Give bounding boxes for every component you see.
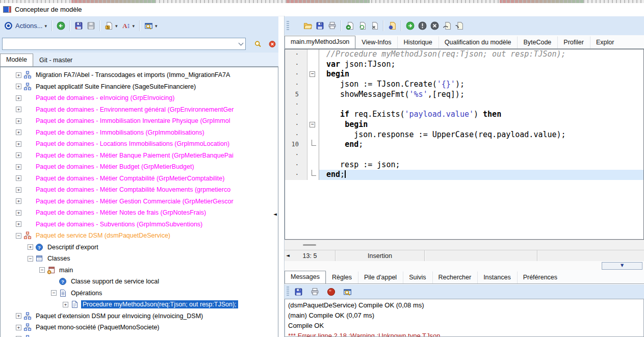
doc-close-icon[interactable] [369, 21, 379, 31]
tree-item[interactable]: −Opérations [1, 288, 278, 299]
search-button[interactable] [251, 38, 265, 50]
run-icon[interactable] [405, 21, 415, 31]
expand-icon[interactable]: + [16, 107, 21, 112]
tab-instances[interactable]: Instances [477, 271, 517, 283]
expand-icon[interactable]: + [16, 118, 21, 124]
chevron-down-icon[interactable] [236, 38, 245, 49]
actions-button[interactable]: Actions... [15, 22, 42, 30]
cancel-search-button[interactable] [266, 38, 279, 50]
splitter-collapse-icon[interactable]: ◄ [273, 212, 277, 217]
message-line[interactable]: Compile OK [288, 321, 643, 331]
tree-item[interactable]: +Paquet d'extension DSM pour eInvoicing … [1, 310, 278, 322]
print-icon[interactable] [310, 287, 320, 297]
pause-warn-icon[interactable] [417, 21, 427, 31]
export-dropdown-icon[interactable]: ▾ [115, 23, 118, 29]
search-input[interactable] [3, 39, 236, 48]
tab-historique[interactable]: Historique [397, 36, 438, 48]
tree-item[interactable]: −Classes [1, 253, 278, 265]
message-line[interactable]: (main) Compile OK (0,07 ms) [288, 310, 643, 321]
tree-item[interactable]: −main [1, 265, 278, 276]
doc-gear-icon[interactable] [387, 21, 397, 31]
expand-icon[interactable]: + [16, 187, 21, 193]
code-line[interactable]: · resp := json; [285, 160, 643, 170]
tab-mod-le[interactable]: Modèle [0, 54, 33, 67]
expand-icon[interactable]: + [16, 141, 21, 147]
tree-item[interactable]: +Paquet de domaines - Métier Banque Paie… [1, 150, 278, 162]
tree-item[interactable]: +Paquet de domaines - Métier Comptabilit… [1, 184, 278, 196]
record-icon[interactable] [326, 287, 336, 297]
code-line[interactable]: · json := TJson.Create('{}'); [285, 80, 643, 90]
code-line[interactable]: · [285, 99, 643, 110]
code-line[interactable]: 5 showMessageFmt('%s',[req]); [285, 90, 643, 100]
tab-profiler[interactable]: Profiler [557, 36, 590, 48]
save-all-icon[interactable] [73, 21, 84, 31]
tree-item[interactable]: +Procedure myMethodJson(req:Tjson; out r… [1, 299, 278, 310]
code-line[interactable]: · if req.Exists('payload.value') then [285, 110, 643, 120]
tree-item[interactable]: +Paquet mono-société (PaquetMonoSociete) [1, 322, 278, 333]
hscrollbar-thumb[interactable] [303, 244, 316, 246]
tab-rechercher[interactable]: Rechercher [432, 271, 478, 283]
expand-icon[interactable]: + [16, 175, 21, 181]
expand-icon[interactable]: + [16, 152, 21, 158]
code-line[interactable]: ·−begin [285, 69, 643, 80]
collapse-icon[interactable]: − [16, 233, 21, 239]
tab-qualification-du-mod-le[interactable]: Qualification du modèle [439, 36, 518, 48]
print-icon[interactable] [327, 21, 337, 31]
actions-dropdown-icon[interactable]: ▾ [44, 23, 47, 29]
expand-icon[interactable]: + [16, 198, 21, 204]
expand-icon[interactable]: + [16, 210, 21, 216]
code-line[interactable]: ·end; [285, 170, 643, 180]
tree-item[interactable]: ?Classe support de service local [1, 276, 278, 288]
code-line[interactable]: ·− begin [285, 120, 643, 130]
code-editor[interactable]: ·//Procedure myMethodJson(req:Tjson; out… [285, 49, 644, 240]
export-model-icon[interactable]: S [104, 21, 114, 31]
tab-pr-f-rences[interactable]: Préférences [517, 271, 563, 283]
tab-suivis[interactable]: Suivis [403, 271, 432, 283]
tab-r-gles[interactable]: Règles [326, 271, 358, 283]
expand-icon[interactable]: + [16, 84, 21, 89]
rename-dropdown-icon[interactable]: ▾ [133, 23, 135, 29]
tab-git-master[interactable]: Git - master [33, 54, 79, 66]
doc-run-icon[interactable] [345, 21, 355, 31]
model-target-icon[interactable] [3, 21, 13, 31]
tree-item[interactable]: +Paquet applicatif Suite Financière (Sag… [1, 81, 278, 93]
message-line[interactable]: *** Erreur ligne 2,18 :Warning :Unknown … [288, 331, 643, 337]
search-model-icon[interactable] [143, 21, 153, 31]
open-icon[interactable] [302, 21, 313, 31]
fold-collapse-icon[interactable]: − [310, 71, 315, 77]
collapse-icon[interactable]: − [28, 256, 33, 262]
save-icon[interactable] [315, 21, 325, 31]
tab-view-infos[interactable]: View-Infos [355, 36, 397, 48]
tree-item[interactable]: +Paquet de domaines - Métier Notes de fr… [1, 207, 278, 219]
expand-icon[interactable]: + [16, 129, 21, 135]
tree-item[interactable]: +Paquet de domaines - Immobilisations (G… [1, 127, 278, 139]
tree-item[interactable]: +Paquet de domaines - Métier Gestion Com… [1, 196, 278, 208]
tree-item[interactable]: + [1, 333, 278, 337]
tree-item[interactable]: +Migration FA7/Abel - Transcodages et im… [1, 69, 278, 81]
code-line[interactable]: ·//Procedure myMethodJson(req:Tjson; out… [285, 49, 643, 60]
step-over-icon[interactable] [442, 21, 452, 31]
tree-item[interactable]: +Paquet de domaines - Métier Comptabilit… [1, 173, 278, 185]
tab-pile-d-appel[interactable]: Pile d'appel [358, 271, 403, 283]
editor-hscrollbar[interactable] [285, 240, 644, 250]
code-line[interactable]: · [285, 150, 643, 160]
expand-icon[interactable]: + [16, 221, 21, 227]
search-dropdown-icon[interactable]: ▾ [155, 23, 158, 29]
expand-icon[interactable]: + [16, 164, 21, 170]
code-line[interactable]: 10 end; [285, 140, 643, 150]
messages-list[interactable]: (dsmPaquetDeService) Compile OK (0,08 ms… [285, 299, 644, 337]
tree-item[interactable]: +Paquet de domaines - eInvoicing (GrpEIn… [1, 92, 278, 104]
collapse-icon[interactable]: − [39, 267, 45, 273]
message-line[interactable]: (dsmPaquetDeService) Compile OK (0,08 ms… [288, 300, 643, 310]
back-icon[interactable] [56, 21, 66, 31]
model-tree[interactable]: +Migration FA7/Abel - Transcodages et im… [0, 67, 278, 337]
rename-icon[interactable]: A [121, 21, 131, 31]
expand-icon[interactable]: + [16, 325, 21, 330]
expand-icon[interactable]: + [16, 313, 21, 319]
tree-item[interactable]: +?Descriptif d'export [1, 242, 278, 253]
step-into-icon[interactable] [454, 21, 464, 31]
expand-icon[interactable]: + [16, 95, 21, 101]
stop-icon[interactable] [429, 21, 440, 31]
save-icon[interactable] [293, 287, 303, 297]
tab-main-mymethodjson[interactable]: main.myMethodJson [285, 36, 355, 49]
